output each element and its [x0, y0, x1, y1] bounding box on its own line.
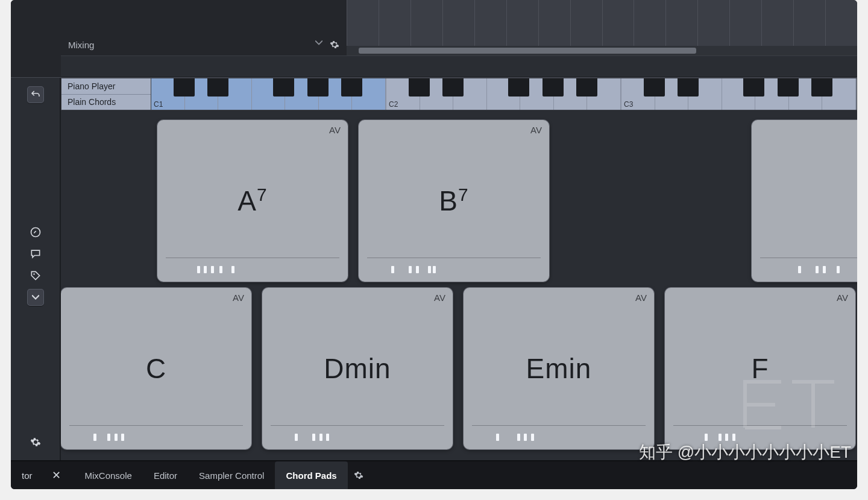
voicing-strip [673, 425, 847, 441]
voicing-strip [760, 258, 857, 273]
pad-av-label: AV [233, 293, 244, 303]
chord-name: Dmin [324, 352, 391, 385]
edit-icon[interactable] [27, 224, 44, 241]
partial-tab-left[interactable]: tor [16, 470, 39, 481]
pad-row-2: AVCAVDminAVEminAVF [61, 288, 855, 449]
pads-viewport: AVA7AVB7 AVCAVDminAVEminAVF [61, 112, 857, 460]
mini-keyboard[interactable]: C1C2C3 [151, 78, 857, 110]
svg-point-1 [33, 273, 35, 275]
pad-av-label: AV [837, 293, 848, 303]
chord-name: B7 [439, 185, 468, 217]
top-divider [61, 55, 857, 77]
undo-button[interactable] [27, 86, 44, 103]
top-region: Mixing [11, 0, 857, 77]
chord-pad[interactable]: AVC [61, 288, 251, 449]
tab-chord-pads[interactable]: Chord Pads [275, 461, 347, 489]
chevron-down-icon[interactable] [315, 40, 324, 49]
instrument-preset-1[interactable]: Piano Player [61, 78, 151, 95]
instrument-row: Piano Player Plain Chords C1C2C3 [61, 78, 857, 112]
main-region: Piano Player Plain Chords C1C2C3 AVA7AVB… [11, 77, 857, 460]
tabs-holder: MixConsoleEditorSampler ControlChord Pad… [74, 461, 348, 489]
chord-pad[interactable]: AVDmin [262, 288, 453, 449]
scroll-thumb[interactable] [359, 48, 696, 54]
mixing-panel: Mixing [61, 0, 347, 55]
instrument-preset-2[interactable]: Plain Chords [61, 95, 151, 110]
timeline-panel[interactable] [347, 0, 857, 55]
chord-pad[interactable]: AVEmin [464, 288, 654, 449]
chord-area: Piano Player Plain Chords C1C2C3 AVA7AVB… [61, 78, 857, 460]
chord-pad[interactable]: AVB7 [359, 120, 549, 282]
top-mid-upper: Mixing [61, 0, 857, 55]
tag-icon[interactable] [27, 267, 44, 284]
daw-window: Mixing [11, 0, 857, 489]
gear-icon[interactable] [330, 40, 339, 49]
chord-pad[interactable]: AVF [665, 288, 855, 449]
chord-name: F [751, 352, 769, 385]
bottom-tab-bar: tor ✕ MixConsoleEditorSampler ControlCho… [11, 460, 857, 489]
instrument-preset-1-label: Piano Player [68, 81, 115, 91]
chord-name: Emin [526, 352, 592, 385]
instrument-selectors: Piano Player Plain Chords [61, 78, 151, 110]
pad-row-1: AVA7AVB7 [157, 120, 857, 282]
voicing-strip [472, 425, 646, 441]
voicing-strip [367, 258, 541, 273]
chord-pad[interactable] [752, 120, 857, 282]
expand-down-button[interactable] [27, 289, 44, 306]
svg-point-0 [31, 228, 40, 237]
voicing-strip [271, 425, 444, 441]
voicing-strip [69, 425, 243, 441]
pad-av-label: AV [530, 125, 542, 135]
mixing-label[interactable]: Mixing [68, 40, 315, 50]
tab-gear-icon[interactable] [354, 470, 363, 480]
chat-icon[interactable] [27, 245, 44, 262]
chord-pad[interactable]: AVA7 [157, 120, 348, 282]
chord-name: A7 [237, 185, 267, 217]
timeline-scrollbar[interactable] [347, 46, 857, 55]
pad-av-label: AV [635, 293, 647, 303]
mixing-selector-row: Mixing [61, 34, 347, 55]
top-left-gutter [11, 0, 61, 77]
close-icon[interactable]: ✕ [52, 469, 61, 482]
pad-av-label: AV [434, 293, 445, 303]
instrument-preset-2-label: Plain Chords [68, 97, 116, 107]
left-gutter [11, 78, 61, 460]
tab-editor[interactable]: Editor [143, 461, 188, 489]
voicing-strip [166, 258, 339, 273]
chord-name: C [146, 352, 166, 385]
settings-gear-icon[interactable] [27, 434, 44, 451]
tab-sampler-control[interactable]: Sampler Control [188, 461, 275, 489]
tab-mixconsole[interactable]: MixConsole [74, 461, 143, 489]
pad-av-label: AV [329, 125, 341, 135]
top-mid: Mixing [61, 0, 857, 77]
